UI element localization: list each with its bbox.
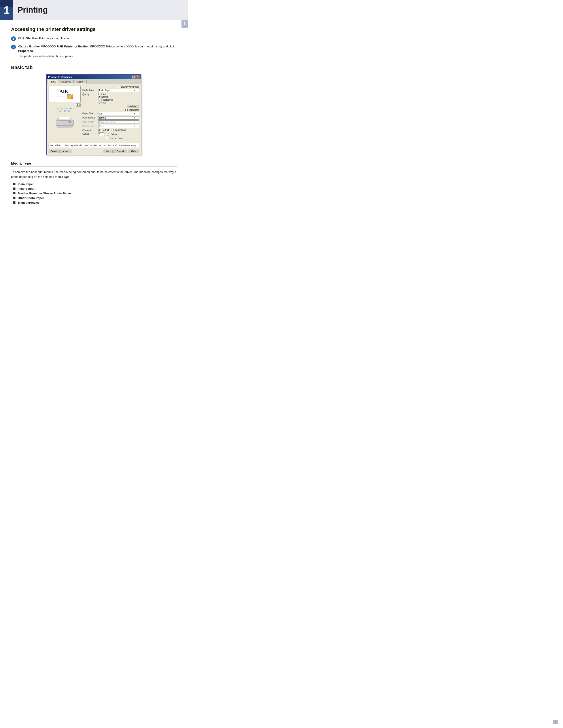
orientation-landscape-radio[interactable] bbox=[111, 129, 114, 131]
page-order-row: Page Order Right, then Down ▼ bbox=[82, 120, 139, 124]
media-type-row: Media Type Plain Paper ▼ bbox=[82, 89, 139, 92]
dialog-right-panel: Slow Drying Paper Media Type Plain Paper… bbox=[82, 86, 139, 140]
step-2-text: Choose Brother MFC-XXXX USB Printer or B… bbox=[18, 44, 177, 58]
media-type-arrow: ▼ bbox=[133, 89, 135, 91]
orientation-landscape-label: Landscape bbox=[115, 129, 126, 131]
bullet-square-other bbox=[13, 197, 15, 199]
help-titlebar-btn[interactable]: ? bbox=[132, 75, 135, 79]
quality-fine-label: Fine bbox=[101, 93, 105, 95]
borderless-checkbox[interactable] bbox=[125, 109, 128, 111]
copies-value: 1 bbox=[99, 133, 100, 135]
media-type-control: Plain Paper ▼ bbox=[98, 89, 139, 92]
bullet-label-trans: Transparencies bbox=[18, 201, 39, 204]
quality-fine-radio[interactable] bbox=[98, 93, 100, 95]
border-line-select: None ▼ bbox=[98, 125, 139, 128]
printer-svg bbox=[54, 114, 76, 128]
copies-up-arrow[interactable]: ▲ bbox=[102, 133, 103, 134]
paper-size-label: Paper Size bbox=[82, 112, 98, 115]
dialog-container: Printing Preferences ? ✕ Basic Advanced … bbox=[11, 74, 177, 155]
copies-down-arrow[interactable]: ▼ bbox=[102, 134, 103, 136]
about-button[interactable]: About... bbox=[60, 150, 72, 153]
main-content: Accessing the printer driver settings 1 … bbox=[0, 20, 188, 212]
copies-row: Copies 1 ▲ ▼ bbox=[82, 132, 139, 139]
svg-rect-3 bbox=[58, 120, 71, 121]
section2-title: Basic tab bbox=[11, 65, 177, 70]
paper-size-info: A4 210 x 297 mm (8.3 x 11.7 in) bbox=[49, 107, 81, 113]
copies-label: Copies bbox=[82, 132, 98, 135]
page-layout-control: Normal ▼ bbox=[98, 116, 139, 120]
tab-support[interactable]: Support bbox=[74, 80, 86, 84]
bullet-label-glossy: Brother Premium Glossy Photo Paper bbox=[18, 192, 71, 195]
quality-normal-row: Normal bbox=[98, 96, 139, 98]
page-header: 1 Printing bbox=[0, 0, 188, 20]
dialog-footer-note: MFC will stop Colour/Greyscale print ope… bbox=[49, 143, 139, 148]
dialog-buttons-row: Default About... OK Cancel Help bbox=[47, 149, 141, 155]
bullet-plain-paper: Plain Paper bbox=[13, 182, 177, 186]
tab-advanced[interactable]: Advanced bbox=[59, 80, 73, 84]
orientation-portrait-label: Portrait bbox=[102, 129, 109, 131]
quality-control: Fine Normal Fast Normal bbox=[98, 93, 139, 108]
quality-radio-group: Fine Normal Fast Normal bbox=[98, 93, 139, 104]
border-line-arrow: ▼ bbox=[133, 125, 135, 127]
reverse-order-checkbox[interactable] bbox=[106, 137, 108, 139]
media-type-select[interactable]: Plain Paper ▼ bbox=[98, 89, 139, 92]
slow-drying-label: Slow Drying Paper bbox=[121, 86, 139, 88]
cancel-button[interactable]: Cancel bbox=[113, 150, 127, 153]
paper-size-select[interactable]: A4 ▼ bbox=[98, 112, 139, 115]
help-button[interactable]: Help bbox=[128, 150, 139, 153]
border-line-label: Border Line bbox=[82, 125, 98, 127]
media-type-body: To achieve the best print results, the m… bbox=[11, 170, 177, 179]
bullet-brother-glossy: Brother Premium Glossy Photo Paper bbox=[13, 192, 177, 195]
chapter-number: 1 bbox=[4, 4, 10, 16]
quality-fine-row: Fine bbox=[98, 93, 139, 95]
step-1-text: Click File, then Print in your applicati… bbox=[18, 36, 71, 41]
media-type-divider: Media Type bbox=[11, 161, 177, 167]
page-order-label: Page Order bbox=[82, 120, 98, 123]
settings-button[interactable]: Settings... bbox=[127, 105, 139, 108]
paper-size-row: Paper Size A4 ▼ bbox=[82, 112, 139, 115]
page-layout-arrow: ▼ bbox=[133, 117, 135, 119]
orientation-portrait-radio[interactable] bbox=[98, 129, 100, 131]
dialog-title: Printing Preferences bbox=[48, 76, 72, 78]
quality-fast-radio[interactable] bbox=[98, 101, 100, 104]
page-order-value: Right, then Down bbox=[99, 121, 116, 123]
quality-fastnormal-radio[interactable] bbox=[98, 99, 100, 101]
slow-drying-checkbox[interactable] bbox=[118, 86, 120, 88]
page-num-box: 1.2 bbox=[49, 103, 81, 107]
media-type-label: Media Type bbox=[82, 89, 98, 91]
orientation-options: Portrait Landscape bbox=[98, 129, 139, 131]
quality-row: Quality Fine Normal bbox=[82, 93, 139, 108]
media-type-section: Media Type To achieve the best print res… bbox=[11, 161, 177, 204]
step-2-number: 2 bbox=[11, 45, 16, 49]
print-preview: ABC bbox=[49, 86, 81, 102]
page-layout-select[interactable]: Normal ▼ bbox=[98, 116, 139, 120]
quality-fastnormal-row: Fast Normal bbox=[98, 99, 139, 101]
orientation-control: Portrait Landscape bbox=[98, 129, 139, 131]
copies-inline: 1 ▲ ▼ Collate bbox=[98, 132, 139, 136]
collate-checkbox[interactable] bbox=[107, 133, 109, 135]
bullet-square-trans bbox=[13, 201, 15, 204]
close-titlebar-btn[interactable]: ✕ bbox=[136, 75, 139, 79]
bullet-label-plain: Plain Paper bbox=[18, 182, 34, 186]
section1-title: Accessing the printer driver settings bbox=[11, 26, 177, 32]
media-type-title: Media Type bbox=[11, 161, 177, 166]
bullet-square-glossy bbox=[13, 192, 15, 194]
step-2-subtext: The printer properties dialog box appear… bbox=[18, 54, 177, 58]
orientation-label: Orientation bbox=[82, 129, 98, 131]
ok-button[interactable]: OK bbox=[103, 150, 113, 153]
quality-normal-radio[interactable] bbox=[98, 96, 100, 98]
step-1-number: 1 bbox=[11, 36, 16, 41]
quality-label: Quality bbox=[82, 93, 98, 96]
page-order-select: Right, then Down ▼ bbox=[98, 120, 139, 124]
paper-size-arrow: ▼ bbox=[133, 113, 135, 115]
orientation-row: Orientation Portrait Landscape bbox=[82, 129, 139, 131]
tab-basic[interactable]: Basic bbox=[48, 80, 58, 84]
dialog-tabs: Basic Advanced Support bbox=[47, 79, 141, 84]
bullet-other-photo: Other Photo Paper bbox=[13, 196, 177, 200]
paper-size-control: A4 ▼ bbox=[98, 112, 139, 115]
default-button[interactable]: Default bbox=[49, 150, 60, 153]
dialog-titlebar: Printing Preferences ? ✕ bbox=[47, 75, 141, 79]
quality-fast-label: Fast bbox=[101, 101, 105, 104]
step-1: 1 Click File, then Print in your applica… bbox=[11, 36, 177, 41]
bullet-square-plain bbox=[13, 183, 15, 185]
